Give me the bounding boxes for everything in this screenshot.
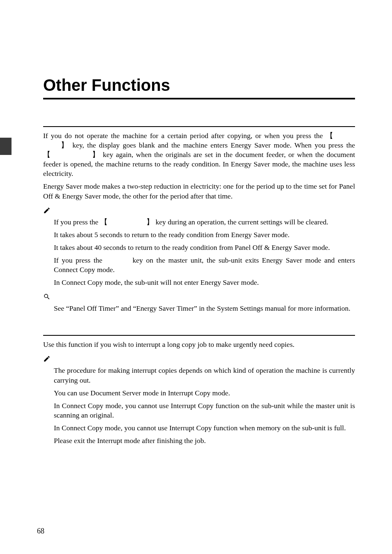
interrupt-note-5: Please exit the Interrupt mode after fin… [54,436,355,446]
energy-note-4: If you press the Connect key on the mast… [54,256,355,275]
reference-header: Reference [43,291,355,304]
section-rule [43,335,355,336]
key-name: Connect [106,256,129,264]
note-header: Note [43,353,355,366]
note-header: Note [43,204,355,217]
note-label: Note [53,357,67,364]
text: If you press the [54,218,100,226]
interrupt-note-2: You can use Document Server mode in Inte… [54,388,355,398]
text: key, the display goes blank and the mach… [69,141,355,149]
key-name: Energy Saver [108,218,146,226]
energy-p2: Energy Saver mode makes a two-step reduc… [43,182,355,201]
text: If you do not operate the machine for a … [43,132,326,140]
energy-note-1: If you press the 【Energy Saver】 key duri… [54,217,355,227]
interrupt-p1: Use this function if you wish to interru… [43,340,355,349]
section-rule [43,126,355,127]
page-title: Other Functions [43,76,355,95]
energy-note-2: It takes about 5 seconds to return to th… [54,230,355,240]
section-heading-interrupt: Interrupt Copy [43,323,355,334]
energy-note-3: It takes about 40 seconds to return to t… [54,243,355,252]
pencil-icon [43,207,51,216]
side-tab [0,138,12,155]
section-heading-energy: Energy Saver Mode [43,114,355,125]
title-rule [43,98,355,99]
text: key during an operation, the current set… [154,218,328,226]
text: If you press the [54,256,106,264]
interrupt-note-1: The procedure for making interrupt copie… [54,366,355,385]
energy-ref-1: See “Panel Off Timer” and “Energy Saver … [54,304,355,313]
magnifier-icon [43,293,51,302]
reference-label: Reference [53,295,83,302]
interrupt-note-3: In Connect Copy mode, you cannot use Int… [54,401,355,420]
page-number: 68 [37,527,44,536]
interrupt-note-4: In Connect Copy mode, you cannot use Int… [54,423,355,433]
pencil-icon [43,355,51,364]
key-name: Energy Saver [51,150,91,159]
note-label: Note [53,208,67,215]
energy-note-5: In Connect Copy mode, the sub-unit will … [54,278,355,287]
energy-p1: If you do not operate the machine for a … [43,131,355,178]
